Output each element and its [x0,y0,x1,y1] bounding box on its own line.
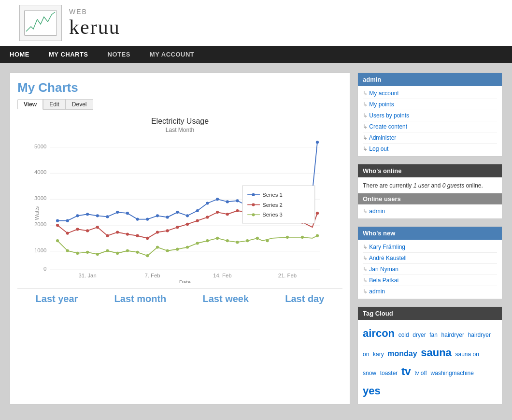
svg-point-27 [116,211,119,214]
whos-new-content: Kary Främling André Kaustell Jan Nyman B… [358,240,502,299]
link-administer[interactable]: Administer [363,133,497,142]
svg-point-38 [226,200,229,203]
svg-point-83 [176,248,179,251]
nav-item-my-charts[interactable]: MY CHARTS [39,46,98,63]
tag-yes[interactable]: yes [363,385,381,397]
svg-point-75 [96,253,99,256]
header: WEB keruu [0,0,512,46]
svg-point-25 [96,214,99,217]
whos-new-header: Who's new [358,227,502,240]
svg-text:7. Feb: 7. Feb [144,273,160,278]
svg-text:Series 1: Series 1 [262,192,283,198]
chart-title: Electricity Usage [17,117,342,126]
sidebar: admin My account My points Users by poin… [357,72,502,405]
time-btn-last-day[interactable]: Last day [285,293,324,304]
tag-sauna-on[interactable]: sauna on [455,351,479,358]
logo-web: WEB [69,8,120,15]
svg-point-98 [252,193,255,196]
svg-point-36 [206,202,209,204]
svg-point-84 [186,246,189,248]
tag-tv[interactable]: tv [401,365,411,377]
svg-point-82 [166,249,169,252]
link-users-by-points[interactable]: Users by points [363,111,497,120]
svg-point-45 [316,141,319,144]
tag-cold[interactable]: cold [398,332,409,338]
svg-point-86 [206,239,209,242]
svg-point-50 [96,226,99,229]
link-my-points[interactable]: My points [363,100,497,109]
tab-devel[interactable]: Devel [66,99,93,110]
svg-point-93 [286,236,289,239]
svg-point-33 [176,211,179,214]
new-user-2[interactable]: Jan Nyman [363,265,497,274]
svg-point-73 [76,252,79,255]
nav-item-notes[interactable]: NOTES [98,46,140,63]
time-btn-last-week[interactable]: Last week [202,293,249,304]
svg-point-39 [236,199,239,202]
svg-point-79 [136,251,139,254]
svg-point-95 [316,234,319,237]
svg-text:14. Feb: 14. Feb [213,273,232,278]
tag-dryer[interactable]: dryer [412,332,426,338]
whos-online-header: Who's online [358,164,502,177]
online-user-admin[interactable]: admin [363,207,497,216]
svg-point-48 [76,228,79,231]
svg-point-37 [216,198,219,201]
svg-point-81 [156,246,159,248]
tag-toaster[interactable]: toaster [380,370,398,377]
svg-point-21 [56,219,59,222]
svg-point-92 [266,239,269,242]
logo-box [19,5,62,41]
svg-point-104 [252,213,255,216]
new-user-4[interactable]: admin [363,287,497,296]
time-btn-last-month[interactable]: Last month [114,293,167,304]
tag-cloud-header: Tag Cloud [358,307,502,320]
svg-point-91 [256,237,259,240]
tag-cloud-content: aircon cold dryer fan hairdryer hairdrye… [358,320,502,404]
svg-point-70 [316,212,319,215]
link-create-content[interactable]: Create content [363,122,497,131]
svg-text:5000: 5000 [34,144,46,149]
svg-point-35 [196,209,199,212]
tag-aircon[interactable]: aircon [363,327,395,339]
tag-hairdryer[interactable]: hairdryer [441,332,464,338]
tab-view[interactable]: View [17,99,43,110]
nav-item-home[interactable]: HOME [0,46,39,63]
tabs: View Edit Devel [17,99,342,110]
svg-point-47 [66,232,69,234]
tag-kary[interactable]: kary [373,351,384,358]
navbar: HOME MY CHARTS NOTES MY ACCOUNT [0,46,512,63]
svg-point-58 [176,226,179,229]
nav-item-my-account[interactable]: MY ACCOUNT [140,46,204,63]
link-my-account[interactable]: My account [363,89,497,98]
svg-point-51 [106,234,109,237]
svg-point-76 [106,249,109,252]
tag-monday[interactable]: monday [387,349,417,358]
svg-point-87 [216,237,219,240]
svg-point-54 [136,234,139,237]
tag-fan[interactable]: fan [429,332,438,338]
svg-point-30 [146,217,149,220]
svg-point-78 [126,249,129,252]
svg-point-32 [166,216,169,218]
tag-snow[interactable]: snow [363,370,376,377]
logo-keruu: keruu [69,15,120,39]
tab-edit[interactable]: Edit [43,99,66,110]
time-btn-last-year[interactable]: Last year [36,293,78,304]
new-user-3[interactable]: Bela Patkai [363,276,497,285]
svg-text:0: 0 [43,266,46,272]
new-user-0[interactable]: Kary Främling [363,243,497,251]
link-log-out[interactable]: Log out [363,145,497,153]
new-user-1[interactable]: André Kaustell [363,254,497,262]
tag-tv-off[interactable]: tv off [414,370,427,377]
tag-cloud-box: Tag Cloud aircon cold dryer fan hairdrye… [357,306,502,405]
svg-point-89 [236,241,239,244]
tag-washingmachine[interactable]: washingmachine [431,370,474,377]
svg-point-94 [301,236,304,239]
whos-online-box: Who's online There are currently 1 user … [357,164,502,219]
svg-point-85 [196,242,199,245]
svg-text:21. Feb: 21. Feb [278,273,297,278]
chart-subtitle: Last Month [17,127,342,133]
svg-text:Series 3: Series 3 [262,212,283,217]
tag-sauna[interactable]: sauna [421,347,452,359]
